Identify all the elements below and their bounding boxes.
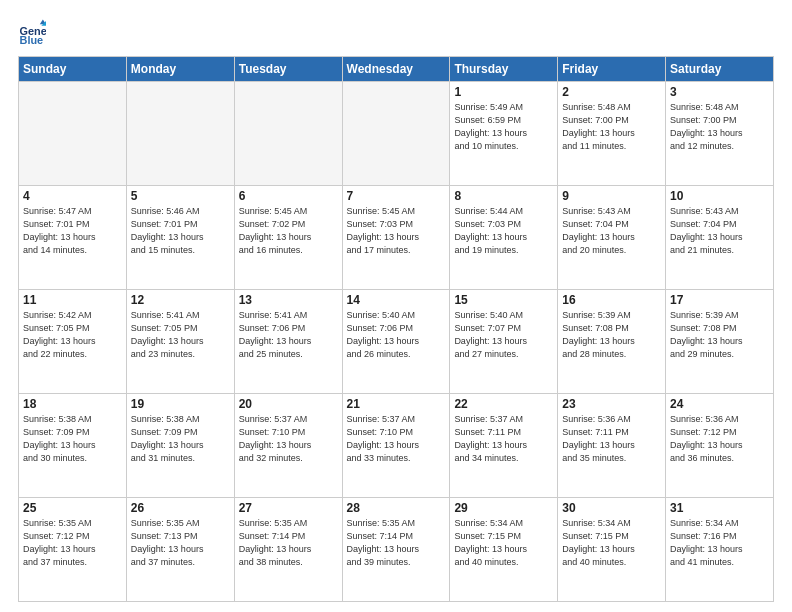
calendar-week-row: 25Sunrise: 5:35 AMSunset: 7:12 PMDayligh…: [19, 498, 774, 602]
calendar-cell: 22Sunrise: 5:37 AMSunset: 7:11 PMDayligh…: [450, 394, 558, 498]
calendar-cell: 6Sunrise: 5:45 AMSunset: 7:02 PMDaylight…: [234, 186, 342, 290]
calendar-week-row: 1Sunrise: 5:49 AMSunset: 6:59 PMDaylight…: [19, 82, 774, 186]
day-number: 7: [347, 189, 446, 203]
calendar-cell: [19, 82, 127, 186]
calendar-cell: 24Sunrise: 5:36 AMSunset: 7:12 PMDayligh…: [666, 394, 774, 498]
day-number: 31: [670, 501, 769, 515]
day-info: Sunrise: 5:37 AMSunset: 7:11 PMDaylight:…: [454, 413, 553, 465]
calendar-header-row: SundayMondayTuesdayWednesdayThursdayFrid…: [19, 57, 774, 82]
day-number: 24: [670, 397, 769, 411]
day-number: 15: [454, 293, 553, 307]
day-number: 11: [23, 293, 122, 307]
day-info: Sunrise: 5:36 AMSunset: 7:12 PMDaylight:…: [670, 413, 769, 465]
day-number: 1: [454, 85, 553, 99]
day-number: 22: [454, 397, 553, 411]
calendar-cell: 3Sunrise: 5:48 AMSunset: 7:00 PMDaylight…: [666, 82, 774, 186]
day-number: 12: [131, 293, 230, 307]
weekday-header: Sunday: [19, 57, 127, 82]
day-info: Sunrise: 5:42 AMSunset: 7:05 PMDaylight:…: [23, 309, 122, 361]
day-info: Sunrise: 5:40 AMSunset: 7:06 PMDaylight:…: [347, 309, 446, 361]
day-info: Sunrise: 5:48 AMSunset: 7:00 PMDaylight:…: [670, 101, 769, 153]
day-info: Sunrise: 5:35 AMSunset: 7:14 PMDaylight:…: [239, 517, 338, 569]
weekday-header: Saturday: [666, 57, 774, 82]
day-number: 13: [239, 293, 338, 307]
logo: General Blue: [18, 18, 50, 46]
day-info: Sunrise: 5:43 AMSunset: 7:04 PMDaylight:…: [562, 205, 661, 257]
day-info: Sunrise: 5:34 AMSunset: 7:16 PMDaylight:…: [670, 517, 769, 569]
day-info: Sunrise: 5:35 AMSunset: 7:14 PMDaylight:…: [347, 517, 446, 569]
calendar-cell: 20Sunrise: 5:37 AMSunset: 7:10 PMDayligh…: [234, 394, 342, 498]
calendar-cell: 26Sunrise: 5:35 AMSunset: 7:13 PMDayligh…: [126, 498, 234, 602]
day-number: 10: [670, 189, 769, 203]
calendar-cell: 21Sunrise: 5:37 AMSunset: 7:10 PMDayligh…: [342, 394, 450, 498]
day-info: Sunrise: 5:35 AMSunset: 7:13 PMDaylight:…: [131, 517, 230, 569]
weekday-header: Thursday: [450, 57, 558, 82]
calendar-cell: 4Sunrise: 5:47 AMSunset: 7:01 PMDaylight…: [19, 186, 127, 290]
day-info: Sunrise: 5:43 AMSunset: 7:04 PMDaylight:…: [670, 205, 769, 257]
day-number: 25: [23, 501, 122, 515]
calendar-cell: 11Sunrise: 5:42 AMSunset: 7:05 PMDayligh…: [19, 290, 127, 394]
calendar-cell: 2Sunrise: 5:48 AMSunset: 7:00 PMDaylight…: [558, 82, 666, 186]
day-number: 21: [347, 397, 446, 411]
calendar-cell: [342, 82, 450, 186]
day-number: 28: [347, 501, 446, 515]
day-number: 20: [239, 397, 338, 411]
day-info: Sunrise: 5:37 AMSunset: 7:10 PMDaylight:…: [347, 413, 446, 465]
day-info: Sunrise: 5:39 AMSunset: 7:08 PMDaylight:…: [562, 309, 661, 361]
day-info: Sunrise: 5:46 AMSunset: 7:01 PMDaylight:…: [131, 205, 230, 257]
calendar-cell: 8Sunrise: 5:44 AMSunset: 7:03 PMDaylight…: [450, 186, 558, 290]
calendar-cell: 9Sunrise: 5:43 AMSunset: 7:04 PMDaylight…: [558, 186, 666, 290]
svg-text:Blue: Blue: [20, 34, 44, 46]
day-number: 17: [670, 293, 769, 307]
weekday-header: Tuesday: [234, 57, 342, 82]
calendar-cell: 10Sunrise: 5:43 AMSunset: 7:04 PMDayligh…: [666, 186, 774, 290]
day-number: 16: [562, 293, 661, 307]
day-number: 6: [239, 189, 338, 203]
day-info: Sunrise: 5:49 AMSunset: 6:59 PMDaylight:…: [454, 101, 553, 153]
calendar-week-row: 4Sunrise: 5:47 AMSunset: 7:01 PMDaylight…: [19, 186, 774, 290]
day-number: 4: [23, 189, 122, 203]
day-number: 2: [562, 85, 661, 99]
weekday-header: Friday: [558, 57, 666, 82]
day-number: 18: [23, 397, 122, 411]
day-number: 8: [454, 189, 553, 203]
day-info: Sunrise: 5:45 AMSunset: 7:03 PMDaylight:…: [347, 205, 446, 257]
calendar-cell: 17Sunrise: 5:39 AMSunset: 7:08 PMDayligh…: [666, 290, 774, 394]
calendar-cell: 15Sunrise: 5:40 AMSunset: 7:07 PMDayligh…: [450, 290, 558, 394]
day-info: Sunrise: 5:38 AMSunset: 7:09 PMDaylight:…: [23, 413, 122, 465]
day-info: Sunrise: 5:41 AMSunset: 7:06 PMDaylight:…: [239, 309, 338, 361]
calendar-cell: 23Sunrise: 5:36 AMSunset: 7:11 PMDayligh…: [558, 394, 666, 498]
calendar-week-row: 11Sunrise: 5:42 AMSunset: 7:05 PMDayligh…: [19, 290, 774, 394]
calendar-cell: 12Sunrise: 5:41 AMSunset: 7:05 PMDayligh…: [126, 290, 234, 394]
day-number: 30: [562, 501, 661, 515]
day-info: Sunrise: 5:48 AMSunset: 7:00 PMDaylight:…: [562, 101, 661, 153]
day-number: 29: [454, 501, 553, 515]
day-number: 27: [239, 501, 338, 515]
weekday-header: Monday: [126, 57, 234, 82]
calendar-cell: 7Sunrise: 5:45 AMSunset: 7:03 PMDaylight…: [342, 186, 450, 290]
calendar-cell: 16Sunrise: 5:39 AMSunset: 7:08 PMDayligh…: [558, 290, 666, 394]
calendar-week-row: 18Sunrise: 5:38 AMSunset: 7:09 PMDayligh…: [19, 394, 774, 498]
calendar-cell: [126, 82, 234, 186]
calendar-cell: 19Sunrise: 5:38 AMSunset: 7:09 PMDayligh…: [126, 394, 234, 498]
day-info: Sunrise: 5:44 AMSunset: 7:03 PMDaylight:…: [454, 205, 553, 257]
calendar-cell: 27Sunrise: 5:35 AMSunset: 7:14 PMDayligh…: [234, 498, 342, 602]
calendar-cell: 25Sunrise: 5:35 AMSunset: 7:12 PMDayligh…: [19, 498, 127, 602]
weekday-header: Wednesday: [342, 57, 450, 82]
day-info: Sunrise: 5:45 AMSunset: 7:02 PMDaylight:…: [239, 205, 338, 257]
logo-icon: General Blue: [18, 18, 46, 46]
calendar-cell: 30Sunrise: 5:34 AMSunset: 7:15 PMDayligh…: [558, 498, 666, 602]
day-info: Sunrise: 5:40 AMSunset: 7:07 PMDaylight:…: [454, 309, 553, 361]
day-number: 19: [131, 397, 230, 411]
calendar-table: SundayMondayTuesdayWednesdayThursdayFrid…: [18, 56, 774, 602]
day-info: Sunrise: 5:34 AMSunset: 7:15 PMDaylight:…: [562, 517, 661, 569]
header: General Blue: [18, 18, 774, 46]
day-info: Sunrise: 5:36 AMSunset: 7:11 PMDaylight:…: [562, 413, 661, 465]
calendar-cell: 28Sunrise: 5:35 AMSunset: 7:14 PMDayligh…: [342, 498, 450, 602]
day-info: Sunrise: 5:38 AMSunset: 7:09 PMDaylight:…: [131, 413, 230, 465]
calendar-cell: 1Sunrise: 5:49 AMSunset: 6:59 PMDaylight…: [450, 82, 558, 186]
day-info: Sunrise: 5:39 AMSunset: 7:08 PMDaylight:…: [670, 309, 769, 361]
calendar-cell: [234, 82, 342, 186]
calendar-cell: 31Sunrise: 5:34 AMSunset: 7:16 PMDayligh…: [666, 498, 774, 602]
day-number: 14: [347, 293, 446, 307]
